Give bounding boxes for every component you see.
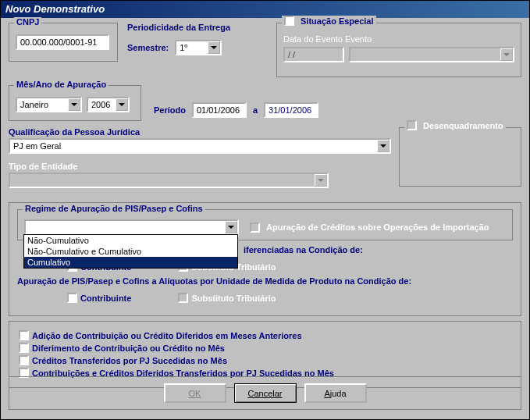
- cancelar-button[interactable]: Cancelar: [234, 383, 297, 403]
- regime-option-1[interactable]: Não-Cumulativo e Cumulativo: [24, 246, 237, 257]
- chevron-down-icon: [315, 174, 327, 187]
- chevron-down-icon: [116, 98, 128, 111]
- qualificacao-label: Qualificação da Pessoa Jurídica: [9, 127, 391, 137]
- cb-creditos-transf[interactable]: [19, 355, 29, 365]
- mesano-label: Mês/Ano de Apuração: [14, 80, 108, 89]
- cb-creditos-transf-label: Créditos Transferidos por PJ Sucedidas n…: [32, 356, 227, 365]
- ano-value: 2006: [91, 100, 110, 109]
- tipoentidade-select: [9, 173, 329, 188]
- aliqunid-substituto-checkbox: [178, 293, 188, 303]
- periodicidade-block: Periodicidade da Entrega Semestre: 1º: [127, 23, 264, 82]
- situacao-group: Situação Especial Data do Evento Evento …: [276, 23, 521, 77]
- dialog-content: CNPJ Periodicidade da Entrega Semestre: …: [1, 18, 529, 416]
- dialog-window: Novo Demonstrativo CNPJ Periodicidade da…: [0, 0, 530, 420]
- desenq-title-wrap: Desenquadramento: [404, 120, 506, 130]
- periodicidade-label: Periodicidade da Entrega: [127, 23, 264, 32]
- mes-value: Janeiro: [20, 100, 48, 109]
- aliqunid-substituto-label: Substituto Tributário: [191, 294, 276, 303]
- chevron-down-icon: [225, 221, 237, 233]
- chevron-down-icon: [68, 98, 80, 111]
- periodo-block: Período 01/01/2006 a 31/01/2006: [154, 102, 318, 126]
- ano-select[interactable]: 2006: [87, 97, 130, 112]
- periodo-ate[interactable]: 31/01/2006: [264, 102, 318, 118]
- regime-importacao-checkbox: [250, 222, 260, 233]
- regime-label: Regime de Apuração de PIS/Pasep e Cofins: [23, 204, 205, 213]
- cnpj-group: CNPJ: [9, 23, 118, 62]
- aliqdif-label-partial: iferenciadas na Condição de:: [244, 245, 363, 254]
- situacao-evento-select: [349, 47, 514, 62]
- semestre-label: Semestre:: [127, 43, 169, 52]
- periodo-de[interactable]: 01/01/2006: [192, 102, 247, 118]
- chevron-down-icon: [208, 41, 220, 54]
- cb-diferimento-label: Diferimento de Contribuição ou Crédito n…: [32, 343, 225, 353]
- situacao-checkbox[interactable]: [284, 16, 294, 26]
- situacao-label: Situação Especial: [301, 16, 374, 26]
- desenq-label: Desenquadramento: [423, 121, 503, 130]
- button-row: OK Cancelar Ajuda: [9, 376, 521, 410]
- mesano-group: Mês/Ano de Apuração Janeiro 2006: [9, 85, 141, 121]
- desenq-checkbox: [407, 120, 417, 130]
- regime-dropdown-list[interactable]: Não-Cumulativo Não-Cumulativo e Cumulati…: [23, 234, 238, 269]
- chevron-down-icon: [377, 140, 389, 152]
- cb-adicao-label: Adição de Contribuição ou Crédito Diferi…: [32, 331, 302, 340]
- cnpj-label: CNPJ: [14, 17, 41, 27]
- ajuda-button[interactable]: Ajuda: [304, 383, 367, 403]
- cb-adicao[interactable]: [19, 330, 29, 340]
- mes-select[interactable]: Janeiro: [16, 97, 82, 112]
- qualificacao-block: Qualificação da Pessoa Jurídica PJ em Ge…: [9, 127, 391, 191]
- semestre-value: 1º: [180, 43, 187, 52]
- periodo-a-label: a: [253, 105, 258, 115]
- regime-option-2[interactable]: Cumulativo: [24, 257, 237, 268]
- semestre-select[interactable]: 1º: [175, 40, 222, 55]
- chevron-down-icon: [500, 48, 513, 61]
- aliqunid-label: Apuração de PIS/Pasep e Cofins a Alíquot…: [17, 276, 411, 286]
- situacao-data-input: / /: [283, 47, 344, 62]
- tipoentidade-label: Tipo de Entidade: [9, 162, 391, 171]
- periodo-label: Período: [154, 105, 186, 115]
- desenquadramento-group: Desenquadramento: [399, 127, 521, 187]
- cnpj-input[interactable]: [16, 34, 109, 50]
- regime-option-0[interactable]: Não-Cumulativo: [24, 235, 237, 246]
- window-title: Novo Demonstrativo: [1, 1, 529, 18]
- regime-importacao-label: Apuração de Créditos sobre Operações de …: [266, 222, 489, 232]
- cb-diferimento[interactable]: [19, 343, 29, 353]
- aliqunid-contribuinte-label: Contribuinte: [80, 294, 131, 303]
- qualificacao-value: PJ em Geral: [13, 141, 61, 151]
- situacao-title-wrap: Situação Especial: [282, 16, 376, 26]
- ok-button: OK: [164, 383, 226, 403]
- regime-select[interactable]: [24, 219, 239, 235]
- situacao-data-label: Data do Evento Evento: [283, 34, 514, 44]
- aliqunid-contribuinte-checkbox[interactable]: [67, 293, 77, 303]
- qualificacao-select[interactable]: PJ em Geral: [9, 138, 391, 154]
